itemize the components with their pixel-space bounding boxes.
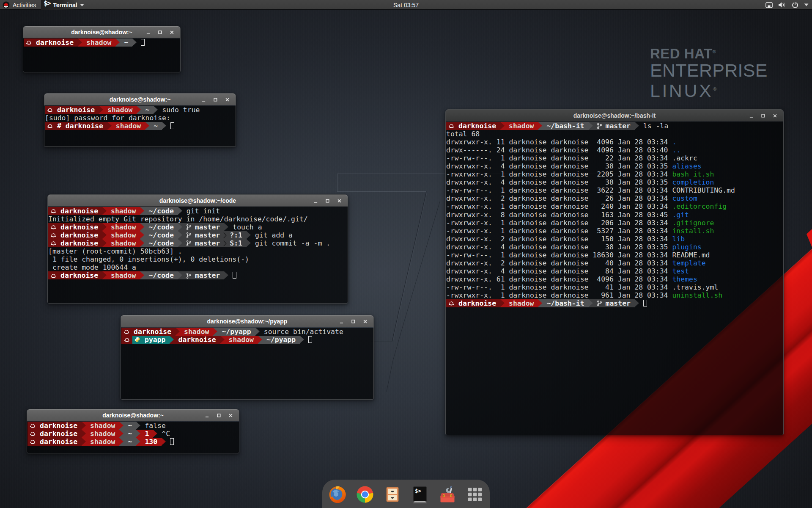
terminal-line: darknoiseshadow~/bash-itmaster	[446, 299, 783, 307]
minimize-button[interactable]	[144, 28, 152, 36]
dock-toolbox-button[interactable]	[437, 484, 458, 505]
terminal-cursor	[233, 272, 236, 279]
terminal-line: darknoiseshadow~sudo true	[45, 106, 235, 114]
branch-icon	[186, 231, 192, 239]
terminal-content[interactable]: darknoiseshadow~falsedarknoiseshadow~1^C…	[27, 422, 239, 453]
maximize-button[interactable]	[759, 112, 767, 120]
titlebar[interactable]: darknoise@shadow:~	[44, 94, 236, 105]
powerline-arrow	[140, 231, 144, 239]
redhat-icon	[50, 223, 56, 231]
redhat-icon	[47, 122, 53, 130]
maximize-button[interactable]	[324, 197, 332, 205]
terminal-line: -rw-rw-r--. 1 darknoise darknoise 22 Jan…	[446, 154, 783, 162]
dock-app-grid-button[interactable]	[465, 484, 485, 505]
terminal-window-sudo[interactable]: darknoise@shadow:~darknoiseshadow~sudo t…	[44, 93, 236, 147]
redhat-icon	[448, 122, 454, 130]
terminal-cursor	[141, 39, 145, 46]
toolbox-icon	[437, 484, 458, 505]
terminal-line: darknoiseshadow~/codemaster	[48, 271, 347, 279]
firefox-icon	[327, 484, 348, 505]
minimize-button[interactable]	[312, 197, 320, 205]
powerline-arrow	[178, 239, 182, 247]
terminal-line: # darknoiseshadow~	[45, 122, 235, 130]
powerline-arrow	[140, 207, 144, 215]
network-icon[interactable]	[765, 2, 773, 8]
redhat-icon	[50, 231, 56, 239]
maximize-button[interactable]	[215, 411, 223, 420]
close-button[interactable]	[168, 28, 176, 36]
titlebar[interactable]: darknoise@shadow:~/pyapp	[121, 315, 373, 327]
powerline-arrow	[635, 299, 639, 307]
terminal-line: drwxrwxr-x. 2 darknoise darknoise 40 Jan…	[446, 259, 783, 267]
powerline-arrow	[176, 328, 180, 336]
terminal-content[interactable]: darknoiseshadow~	[23, 39, 180, 72]
terminal-cursor	[308, 336, 312, 343]
close-button[interactable]	[223, 96, 231, 104]
powerline-arrow	[224, 271, 228, 279]
minimize-button[interactable]	[747, 112, 755, 120]
titlebar[interactable]: darknoise@shadow:~	[27, 409, 239, 421]
terminal-window-bash-it[interactable]: darknoise@shadow:~/bash-itdarknoiseshado…	[445, 109, 784, 435]
powerline-arrow	[102, 239, 107, 247]
terminal-line: darknoiseshadow~	[24, 39, 180, 47]
titlebar[interactable]: darknoise@shadow:~/bash-it	[446, 110, 783, 121]
terminal-line: darknoiseshadow~/pyappsource bin/activat…	[121, 328, 373, 336]
close-button[interactable]	[227, 411, 235, 420]
terminal-content[interactable]: darknoiseshadow~/codegit initInitialized…	[48, 207, 348, 303]
powerline-arrow	[162, 438, 166, 446]
terminal-line: [master (root-commit) 50bcb63] .	[48, 247, 347, 255]
dock-firefox-button[interactable]	[327, 484, 348, 505]
terminal-cursor	[170, 438, 174, 445]
close-button[interactable]	[361, 318, 369, 326]
terminal-line: darknoiseshadow~/codemaster?:1git add a	[48, 231, 347, 239]
terminal-content[interactable]: darknoiseshadow~/bash-itmasterls -latota…	[446, 122, 783, 435]
maximize-button[interactable]	[349, 318, 357, 326]
caret-down-icon[interactable]	[804, 3, 809, 6]
terminal-content[interactable]: darknoiseshadow~sudo true[sudo] password…	[44, 106, 236, 146]
minimize-button[interactable]	[203, 411, 211, 420]
volume-icon[interactable]	[778, 2, 786, 8]
maximize-button[interactable]	[211, 96, 219, 104]
terminal-window-code[interactable]: darknoise@shadow:~/codedarknoiseshadow~/…	[47, 194, 348, 304]
terminal-line: drwxrwxr-x. 8 darknoise darknoise 163 Ja…	[446, 211, 783, 219]
terminal-line: -rwxrwxr-x. 1 darknoise darknoise 240 Ja…	[446, 202, 783, 210]
window-title: darknoise@shadow:~	[71, 29, 132, 36]
clock[interactable]: Sat 03:57	[0, 0, 812, 10]
close-button[interactable]	[771, 112, 779, 120]
maximize-button[interactable]	[156, 28, 164, 36]
terminal-line: darknoiseshadow~/codemasterS:1git commit…	[48, 239, 347, 247]
powerline-arrow	[213, 328, 217, 336]
titlebar[interactable]: darknoise@shadow:~/code	[48, 195, 348, 207]
terminal-window-home-1[interactable]: darknoise@shadow:~darknoiseshadow~	[23, 26, 181, 72]
powerline-arrow	[538, 299, 542, 307]
redhat-icon	[26, 39, 32, 47]
titlebar[interactable]: darknoise@shadow:~	[23, 26, 180, 38]
terminal-window-home-2[interactable]: darknoise@shadow:~darknoiseshadow~falsed…	[27, 409, 239, 453]
branch-icon	[186, 271, 192, 279]
terminal-window-pyapp[interactable]: darknoise@shadow:~/pyappdarknoiseshadow~…	[121, 315, 374, 400]
terminal-line: 1 file changed, 0 insertions(+), 0 delet…	[48, 255, 347, 263]
close-button[interactable]	[335, 197, 343, 205]
terminal-line: darknoiseshadow~/bash-itmasterls -la	[446, 122, 783, 130]
window-title: darknoise@shadow:~/bash-it	[573, 112, 656, 119]
terminal-content[interactable]: darknoiseshadow~/pyappsource bin/activat…	[121, 328, 373, 399]
powerline-arrow	[99, 106, 103, 114]
terminal-line: drwxrwxr-x. 2 darknoise darknoise 150 Ja…	[446, 235, 783, 243]
powerline-arrow	[255, 328, 260, 336]
powerline-arrow	[589, 299, 593, 307]
python-icon	[134, 336, 140, 344]
terminal-line: drwxrwxr-x. 11 darknoise darknoise 4096 …	[446, 138, 783, 146]
power-icon[interactable]	[792, 2, 798, 8]
minimize-button[interactable]	[337, 318, 346, 326]
dock-chrome-button[interactable]	[355, 484, 375, 505]
dock-files-button[interactable]	[382, 484, 403, 505]
powerline-arrow	[102, 223, 107, 231]
minimize-button[interactable]	[200, 96, 208, 104]
powerline-arrow	[300, 336, 304, 344]
powerline-arrow	[82, 438, 86, 446]
dock-terminal-button[interactable]: $>	[410, 484, 430, 505]
terminal-line: -rwxrwxr-x. 1 darknoise darknoise 2205 J…	[446, 170, 783, 178]
branch-icon	[597, 299, 602, 307]
redhat-icon	[30, 430, 36, 438]
powerline-arrow	[136, 430, 140, 438]
